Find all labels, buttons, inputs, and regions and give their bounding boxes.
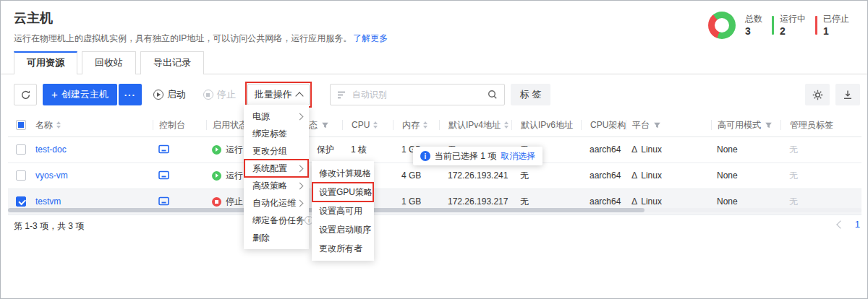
menu-item-修改计算规格[interactable]: 修改计算规格 (312, 164, 374, 183)
chevron-right-icon (297, 199, 304, 207)
export-button[interactable] (835, 84, 860, 105)
sort-icon[interactable] (423, 119, 427, 131)
tab-导出记录[interactable]: 导出记录 (140, 51, 204, 74)
menu-item-高级策略[interactable]: 高级策略 (244, 177, 309, 194)
create-vm-label: 创建云主机 (61, 88, 109, 101)
stop-button[interactable]: 停止 (197, 84, 242, 105)
chevron-right-icon (297, 182, 304, 189)
menu-item-删除[interactable]: 删除 (244, 229, 309, 246)
menu-item-设置GPU策略[interactable]: 设置GPU策略 (312, 183, 374, 202)
filter-funnel-icon[interactable] (765, 121, 773, 129)
select-all-checkbox[interactable] (16, 120, 26, 130)
menu-item-设置启动顺序[interactable]: 设置启动顺序 (312, 220, 374, 239)
console-icon[interactable] (158, 196, 169, 207)
vm-name-link[interactable]: vyos-vm (35, 170, 68, 181)
stat-total-label: 总数 (745, 14, 762, 24)
batch-operations-menu: 电源绑定标签更改分组系统配置高级策略自动化运维绑定备份任务i删除 (244, 105, 309, 249)
state-label: 运行 (226, 170, 243, 182)
subtitle-text: 运行在物理机上的虚拟机实例，具有独立的IP地址，可以访问公共网络，运行应用服务。 (14, 33, 352, 43)
column-header: 默认IPv6地址 (521, 119, 573, 131)
column-header: 控制台 (159, 119, 185, 131)
page-header: 云主机 运行在物理机上的虚拟机实例，具有独立的IP地址，可以访问公共网络，运行应… (1, 1, 867, 44)
filter-funnel-icon[interactable] (653, 121, 661, 129)
column-header: CPU架构 (590, 119, 626, 131)
vm-name-link[interactable]: test-doc (35, 144, 67, 155)
menu-item-绑定标签[interactable]: 绑定标签 (244, 125, 309, 142)
sort-icon[interactable] (56, 119, 61, 131)
menu-item-更改分组[interactable]: 更改分组 (244, 142, 309, 160)
vm-stats: 总数 3 运行中2已停止1 (708, 9, 863, 41)
start-button[interactable]: 启动 (148, 84, 192, 105)
row-checkbox[interactable] (16, 196, 26, 207)
ipv6-cell: 无 (511, 196, 581, 208)
menu-item-系统配置[interactable]: 系统配置 (244, 160, 309, 177)
more-actions-button[interactable]: ··· (119, 84, 142, 105)
resource-tabs: 可用资源回收站导出记录 (1, 51, 867, 74)
admin-tag-cell: 无 (780, 170, 861, 182)
menu-item-自动化运维[interactable]: 自动化运维 (244, 194, 309, 212)
ha-mode-cell: None (711, 170, 780, 181)
chevron-right-icon (297, 113, 304, 120)
search-box[interactable] (330, 84, 505, 105)
sort-icon[interactable] (504, 119, 509, 131)
refresh-button[interactable] (14, 84, 37, 105)
arch-cell: aarch64 (581, 170, 626, 181)
batch-operations-label: 批量操作 (255, 88, 292, 101)
linux-icon: Δ (631, 196, 637, 207)
admin-tag-cell: 无 (780, 144, 861, 156)
selection-tooltip-text: 当前已选择 1 项 (435, 150, 496, 162)
start-label: 启动 (167, 88, 186, 101)
cancel-selection-link[interactable]: 取消选择 (501, 150, 535, 162)
pager: 1 (838, 219, 860, 230)
batch-operations-button[interactable]: 批量操作 (247, 84, 310, 105)
ha-mode-cell: None (711, 144, 780, 155)
column-header: 默认IPv4地址 (448, 119, 501, 131)
search-icon[interactable] (488, 90, 498, 100)
tab-可用资源[interactable]: 可用资源 (14, 51, 77, 74)
settings-button[interactable] (805, 84, 830, 105)
search-input[interactable] (351, 89, 482, 100)
page-number[interactable]: 1 (855, 219, 860, 230)
console-icon[interactable] (158, 144, 169, 155)
stop-label: 停止 (217, 88, 236, 101)
column-header: 名称 (35, 119, 53, 131)
sort-icon[interactable] (373, 119, 378, 131)
platform-cell: ΔLinux (626, 196, 711, 207)
state-running-icon (212, 171, 221, 181)
create-vm-button[interactable]: + 创建云主机 (43, 84, 117, 105)
chevron-up-icon (295, 92, 303, 100)
memory-cell: 4 GB (393, 170, 439, 181)
linux-icon: Δ (631, 144, 637, 155)
menu-item-更改所有者[interactable]: 更改所有者 (312, 239, 374, 258)
console-icon[interactable] (158, 170, 169, 181)
memory-cell: 1 GB (393, 196, 439, 207)
vm-name-link[interactable]: testvm (35, 196, 61, 207)
stat-运行中: 运行中2 (772, 14, 806, 37)
state-running-icon (212, 145, 221, 155)
filter-funnel-icon[interactable] (321, 121, 329, 129)
gear-icon (812, 90, 823, 100)
stat-已停止: 已停止1 (815, 14, 849, 37)
column-header: 高可用模式 (718, 119, 761, 131)
download-icon (843, 90, 853, 100)
state-stopped-icon (212, 197, 221, 207)
stat-total-value: 3 (745, 26, 762, 37)
prev-page-icon[interactable] (836, 220, 844, 228)
learn-more-link[interactable]: 了解更多 (353, 33, 388, 43)
menu-item-电源[interactable]: 电源 (244, 108, 309, 125)
column-header: 管理员标签 (790, 119, 833, 131)
ipv4-cell: 172.26.193.217 (439, 196, 511, 207)
table-header-row: 名称控制台启用状态状态CPU内存默认IPv4地址默认IPv6地址CPU架构平台高… (8, 114, 861, 136)
ha-mode-cell: None (711, 196, 780, 207)
stop-circle-icon (203, 90, 213, 100)
admin-tag-cell: 无 (780, 196, 861, 208)
row-checkbox[interactable] (16, 170, 26, 181)
refresh-icon (20, 90, 31, 100)
tag-button[interactable]: 标 签 (511, 84, 551, 105)
tab-回收站[interactable]: 回收站 (82, 51, 136, 74)
menu-item-绑定备份任务[interactable]: 绑定备份任务i (244, 212, 309, 229)
menu-item-设置高可用[interactable]: 设置高可用 (312, 202, 374, 220)
cloud-vm-page: 云主机 运行在物理机上的虚拟机实例，具有独立的IP地址，可以访问公共网络，运行应… (0, 0, 868, 299)
linux-icon: Δ (631, 170, 637, 181)
row-checkbox[interactable] (16, 144, 26, 155)
